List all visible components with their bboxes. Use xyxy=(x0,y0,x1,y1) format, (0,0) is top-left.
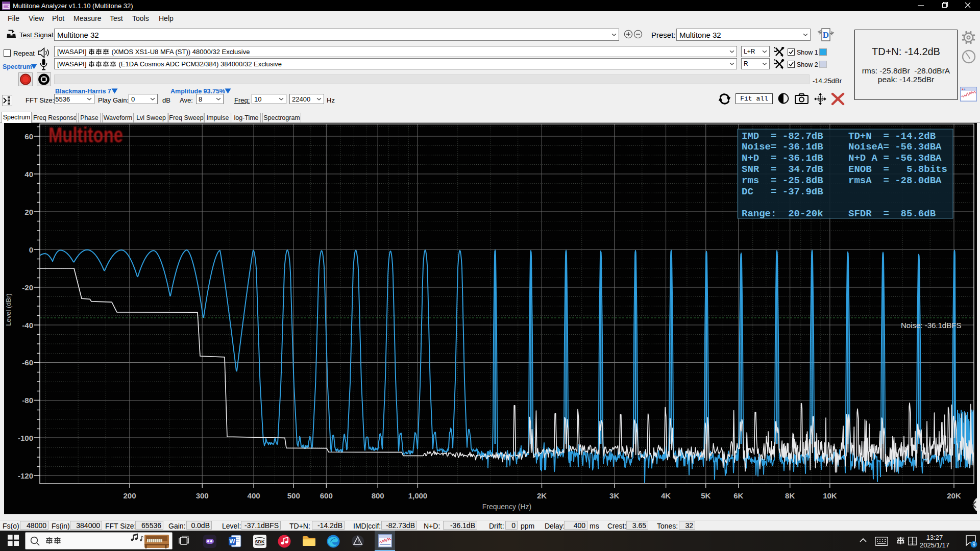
svg-text:20K: 20K xyxy=(947,491,961,500)
svg-text:D: D xyxy=(823,30,829,40)
svg-text:300: 300 xyxy=(196,491,209,500)
svg-text:rmsA = -28.0dBA: rmsA = -28.0dBA xyxy=(848,175,942,186)
svg-text:9: 9 xyxy=(972,542,975,547)
svg-text:-120: -120 xyxy=(18,471,33,480)
svg-text:rms = -25.8dB: rms = -25.8dB xyxy=(742,175,823,186)
svg-text:200: 200 xyxy=(123,491,136,500)
svg-text:60: 60 xyxy=(24,132,33,141)
svg-text:40: 40 xyxy=(24,170,33,179)
svg-text:0: 0 xyxy=(29,245,33,254)
svg-text:DC = -37.9dB: DC = -37.9dB xyxy=(742,186,823,197)
svg-text:-80: -80 xyxy=(22,396,33,405)
svg-text:3K: 3K xyxy=(609,491,619,500)
svg-text:SFDR = 85.6dB: SFDR = 85.6dB xyxy=(848,208,936,219)
svg-text:ENOB = 5.8bits: ENOB = 5.8bits xyxy=(848,164,947,175)
svg-text:N+D A = -56.3dBA: N+D A = -56.3dBA xyxy=(848,153,942,164)
svg-text:-20: -20 xyxy=(22,283,33,292)
svg-text:4K: 4K xyxy=(661,491,671,500)
svg-text:N+D = -36.1dB: N+D = -36.1dB xyxy=(742,153,823,164)
svg-text:-100: -100 xyxy=(18,434,33,442)
svg-text:TD+N = -14.2dB: TD+N = -14.2dB xyxy=(848,131,936,142)
svg-text:Frequency (Hz): Frequency (Hz) xyxy=(482,503,531,511)
svg-text:10K: 10K xyxy=(823,491,837,500)
svg-text:Range: 20-20k: Range: 20-20k xyxy=(742,208,823,219)
svg-text:-60: -60 xyxy=(22,358,33,367)
svg-text:400: 400 xyxy=(248,491,260,500)
svg-text:2K: 2K xyxy=(537,491,547,500)
svg-text:20: 20 xyxy=(24,208,33,216)
svg-text:W: W xyxy=(229,538,235,545)
svg-text:8K: 8K xyxy=(785,491,795,500)
svg-text:SNR = 34.7dB: SNR = 34.7dB xyxy=(742,164,823,175)
svg-text:5K: 5K xyxy=(701,491,710,500)
svg-text:600: 600 xyxy=(320,491,333,500)
svg-text:500: 500 xyxy=(287,491,300,500)
svg-text:IMD = -82.7dB: IMD = -82.7dB xyxy=(742,131,823,142)
svg-text:-40: -40 xyxy=(22,321,33,330)
svg-text:SDK: SDK xyxy=(255,539,265,544)
svg-text:NoiseA= -56.3dBA: NoiseA= -56.3dBA xyxy=(848,141,942,153)
svg-text:1,000: 1,000 xyxy=(408,491,428,500)
svg-text:Noise= -36.1dB: Noise= -36.1dB xyxy=(742,141,823,153)
svg-text:Level (dBr): Level (dBr) xyxy=(5,293,12,326)
svg-text:6K: 6K xyxy=(733,491,743,500)
svg-text:800: 800 xyxy=(372,491,384,500)
svg-text:Multitone: Multitone xyxy=(48,123,123,147)
svg-text:Noise: -36.1dBFS: Noise: -36.1dBFS xyxy=(901,321,961,330)
